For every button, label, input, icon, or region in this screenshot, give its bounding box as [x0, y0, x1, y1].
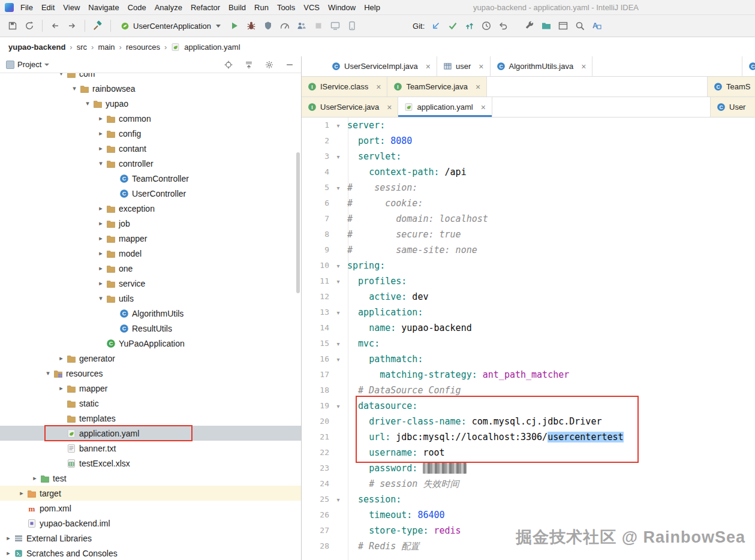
line-number[interactable]: 1: [302, 118, 329, 133]
chevron-down-icon[interactable]: ▾: [96, 159, 106, 167]
tree-item-banner.txt[interactable]: banner.txt: [0, 441, 301, 456]
tree-item-generator[interactable]: ▸generator: [0, 351, 301, 366]
chevron-right-icon[interactable]: ▸: [96, 130, 106, 137]
chevron-right-icon[interactable]: ▸: [4, 549, 13, 557]
tree-item-pom.xml[interactable]: mpom.xml: [0, 501, 301, 516]
line-number[interactable]: 22: [302, 445, 329, 460]
run-configuration-select[interactable]: UserCenterApplication: [116, 20, 225, 32]
tab-teams[interactable]: CTeamS: [707, 77, 755, 97]
hide-icon[interactable]: [284, 59, 295, 70]
editor-line-2[interactable]: 2 port: 8080: [302, 133, 755, 149]
fold-chevron-icon[interactable]: ▾: [329, 122, 347, 129]
line-number[interactable]: 20: [302, 414, 329, 429]
chevron-right-icon[interactable]: ▸: [96, 249, 106, 257]
tree-item-target[interactable]: ▸target: [0, 486, 301, 501]
tree-item-contant[interactable]: ▸contant: [0, 141, 301, 156]
chevron-right-icon[interactable]: ▸: [96, 279, 106, 287]
concurrency-icon[interactable]: [294, 18, 309, 34]
line-number[interactable]: 27: [302, 523, 329, 538]
forward-icon[interactable]: [64, 18, 80, 34]
line-number[interactable]: 14: [302, 320, 329, 336]
tree-item-algorithmutils[interactable]: CAlgorithmUtils: [0, 306, 301, 321]
tree-item-exception[interactable]: ▸exception: [0, 201, 301, 216]
back-icon[interactable]: [47, 18, 63, 34]
line-number[interactable]: 17: [302, 367, 329, 383]
menu-run[interactable]: Run: [250, 2, 273, 13]
menu-analyze[interactable]: Analyze: [151, 2, 187, 13]
breadcrumb-item-src[interactable]: src: [77, 43, 87, 52]
chevron-right-icon[interactable]: ▸: [17, 489, 26, 497]
editor-line-8[interactable]: 8# secure: true: [302, 227, 755, 242]
fold-chevron-icon[interactable]: ▾: [329, 341, 347, 347]
tree-item-scratches-and-consoles[interactable]: ▸Scratches and Consoles: [0, 546, 301, 560]
editor-line-27[interactable]: 27 store-type: redis: [302, 523, 755, 538]
scrollbar[interactable]: [296, 152, 300, 293]
chevron-right-icon[interactable]: ▸: [96, 144, 106, 152]
editor-line-1[interactable]: 1▾server:: [302, 118, 755, 133]
fold-chevron-icon[interactable]: ▾: [329, 309, 347, 316]
editor-line-11[interactable]: 11▾ profiles:: [302, 273, 755, 289]
fold-chevron-icon[interactable]: ▾: [329, 356, 347, 363]
chevron-right-icon[interactable]: ▸: [96, 115, 106, 122]
git-update-icon[interactable]: [428, 18, 444, 34]
tree-item-teamcontroller[interactable]: CTeamController: [0, 171, 301, 186]
close-icon[interactable]: ×: [426, 62, 431, 71]
line-number[interactable]: 9: [302, 242, 329, 258]
tree-item-usercontroller[interactable]: CUserController: [0, 186, 301, 201]
debug-icon[interactable]: [243, 18, 259, 34]
tree-item-controller[interactable]: ▾controller: [0, 156, 301, 171]
breadcrumb-item-yupao-backend[interactable]: yupao-backend: [8, 43, 65, 52]
line-number[interactable]: 3: [302, 149, 329, 164]
menu-refactor[interactable]: Refactor: [187, 2, 224, 13]
line-number[interactable]: 18: [302, 383, 329, 398]
chevron-right-icon[interactable]: ▸: [96, 219, 106, 227]
menu-tools[interactable]: Tools: [273, 2, 299, 13]
gear-icon[interactable]: [264, 59, 275, 70]
editor-line-15[interactable]: 15▾ mvc:: [302, 336, 755, 351]
tab-application.yaml[interactable]: application.yaml×: [398, 97, 492, 117]
tab-iservice.class[interactable]: IIService.class×: [302, 77, 387, 97]
fold-chevron-icon[interactable]: ▾: [329, 403, 347, 410]
line-number[interactable]: 26: [302, 507, 329, 523]
build-hammer-icon[interactable]: [90, 18, 106, 34]
editor-line-3[interactable]: 3▾ servlet:: [302, 149, 755, 164]
tree-item-yupao[interactable]: ▾yupao: [0, 96, 301, 111]
tree-item-test[interactable]: ▸test: [0, 471, 301, 486]
close-icon[interactable]: ×: [376, 82, 381, 92]
menu-vcs[interactable]: VCS: [299, 2, 324, 13]
line-number[interactable]: 5: [302, 180, 329, 195]
tree-item-yupaoapplication[interactable]: CYuPaoApplication: [0, 336, 301, 351]
menu-view[interactable]: View: [59, 2, 84, 13]
tree-item-common[interactable]: ▸common: [0, 111, 301, 126]
editor-line-23[interactable]: 23 password: ████████: [302, 460, 755, 476]
tree-item-yupao-backend.iml[interactable]: yupao-backend.iml: [0, 516, 301, 531]
tab-user[interactable]: CUser: [710, 97, 755, 117]
line-number[interactable]: 24: [302, 476, 329, 492]
profiler-icon[interactable]: [277, 18, 293, 34]
chevron-down-icon[interactable]: ▾: [96, 294, 106, 302]
device-icon[interactable]: [344, 18, 360, 34]
stop-icon[interactable]: [311, 18, 326, 34]
tree-item-rainbowsea[interactable]: ▾rainbowsea: [0, 81, 301, 96]
project-panel-title[interactable]: Project: [17, 60, 41, 69]
tree-item-static[interactable]: static: [0, 396, 301, 411]
editor-line-28[interactable]: 28 # Redis 配置: [302, 538, 755, 554]
git-commit-icon[interactable]: [445, 18, 461, 34]
editor-line-24[interactable]: 24 # session 失效时间: [302, 476, 755, 492]
editor-line-19[interactable]: 19▾ datasource:: [302, 398, 755, 414]
tree-item-resources[interactable]: ▾resources: [0, 366, 301, 381]
tab-user[interactable]: user×: [437, 56, 490, 76]
tab-userservice.java[interactable]: IUserService.java×: [302, 97, 398, 117]
collapse-all-icon[interactable]: [243, 59, 254, 70]
fold-chevron-icon[interactable]: ▾: [329, 263, 347, 269]
editor-line-20[interactable]: 20 driver-class-name: com.mysql.cj.jdbc.…: [302, 414, 755, 429]
sync-icon[interactable]: [22, 18, 37, 34]
tree-item-templates[interactable]: templates: [0, 411, 301, 426]
editor-line-6[interactable]: 6# cookie:: [302, 195, 755, 211]
tree-item-mapper[interactable]: ▸mapper: [0, 231, 301, 246]
tab-partial[interactable]: C: [742, 56, 755, 76]
tree-item-service[interactable]: ▸service: [0, 276, 301, 291]
tab-algorithmutils.java[interactable]: CAlgorithmUtils.java×: [491, 56, 593, 76]
line-number[interactable]: 7: [302, 211, 329, 227]
line-number[interactable]: 4: [302, 164, 329, 180]
